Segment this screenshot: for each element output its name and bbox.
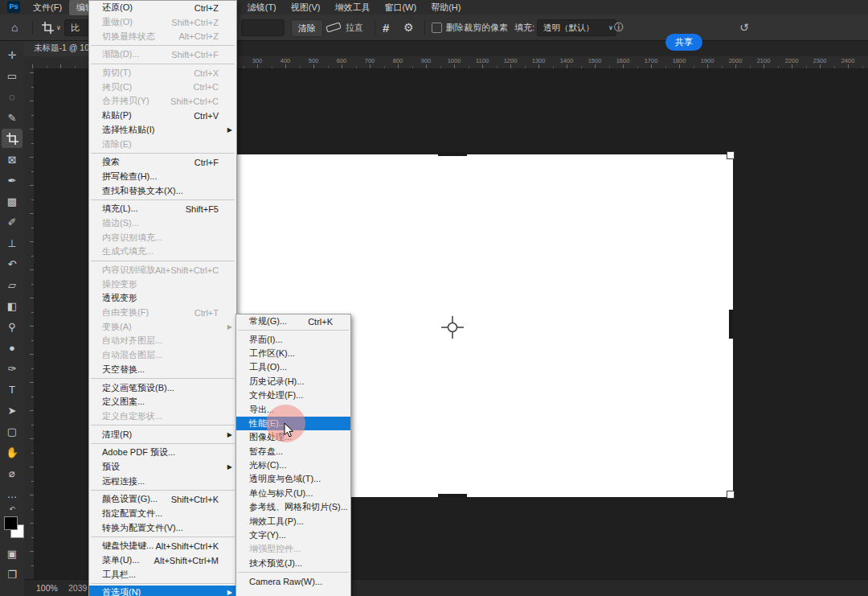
menu-item[interactable]: 单位与标尺(U)... — [236, 487, 350, 500]
eraser-tool[interactable]: ▱ — [2, 275, 23, 294]
menu-item[interactable]: 天空替换... — [89, 363, 236, 377]
delete-cropped-pixels-checkbox[interactable] — [432, 14, 442, 40]
share-button[interactable]: 共享 — [665, 34, 702, 51]
menu-item[interactable]: 自动混合图层... — [89, 348, 236, 363]
crop-handle-top-right[interactable] — [727, 151, 735, 159]
menu-item[interactable]: 渐隐(D)...Shift+Ctrl+F — [89, 47, 236, 62]
vertical-ruler[interactable] — [24, 68, 35, 579]
menubar-item[interactable]: 滤镜(T) — [240, 0, 284, 15]
menu-item[interactable]: 自由变换(F)Ctrl+T — [89, 306, 236, 320]
crop-handle-right[interactable] — [729, 310, 733, 339]
gear-icon[interactable]: ⚙ — [403, 14, 414, 40]
menu-item[interactable]: 定义图案... — [89, 395, 236, 409]
menu-item[interactable]: 指定配置文件... — [89, 507, 236, 521]
gradient-tool[interactable]: ◧ — [2, 296, 23, 315]
screen-mode-icon[interactable]: ❐ — [2, 565, 23, 584]
menu-item[interactable]: 透明度与色域(T)... — [236, 472, 350, 486]
crop-overlay-grid-icon[interactable]: # — [383, 14, 389, 40]
type-tool[interactable]: T — [2, 380, 23, 399]
menu-item[interactable]: 选择性粘贴(I)▶ — [89, 123, 236, 138]
menu-item[interactable]: 内容识别填充... — [89, 230, 236, 245]
zoom-level-field[interactable]: 100% — [36, 583, 58, 593]
menu-item[interactable]: 切换最终状态Alt+Ctrl+Z — [89, 29, 236, 43]
move-tool[interactable]: ✛ — [2, 45, 23, 64]
eyedropper-tool[interactable]: ✒ — [2, 171, 23, 190]
crop-tool[interactable] — [2, 129, 23, 148]
crop-handle-bottom-right[interactable] — [727, 491, 735, 499]
menubar-item[interactable]: 增效工具 — [327, 0, 377, 15]
straighten-button[interactable]: 拉直 — [346, 14, 363, 40]
menu-item[interactable]: 透视变形 — [89, 291, 236, 306]
menu-item[interactable]: 粘贴(P)Ctrl+V — [89, 109, 236, 123]
shape-tool[interactable]: ▢ — [2, 421, 23, 441]
menu-item[interactable]: 文件处理(F)... — [236, 388, 350, 402]
more-options-icon[interactable]: … — [2, 484, 23, 504]
menu-item[interactable]: 工具(O)... — [236, 360, 350, 374]
chevron-down-icon[interactable]: ∨ — [56, 14, 61, 40]
menu-item[interactable]: 剪切(T)Ctrl+X — [89, 66, 236, 80]
info-icon[interactable]: ⓘ — [614, 14, 624, 40]
crop-handle-top[interactable] — [438, 152, 467, 156]
menu-item[interactable]: 变换(A)▶ — [89, 319, 236, 334]
rectangular-marquee-tool[interactable]: ▭ — [2, 66, 23, 85]
clone-stamp-tool[interactable]: ⊥ — [2, 233, 23, 253]
object-selection-tool[interactable]: ✎ — [2, 108, 23, 127]
menu-item[interactable]: 还原(O)Ctrl+Z — [89, 1, 236, 15]
menu-item[interactable]: 参考线、网格和切片(S)... — [236, 500, 350, 514]
crop-handle-bottom[interactable] — [438, 494, 467, 498]
menu-item[interactable]: 菜单(U)...Alt+Shift+Ctrl+M — [89, 553, 236, 568]
menu-item[interactable]: 常规(G)...Ctrl+K — [236, 314, 350, 328]
brush-tool[interactable]: ✐ — [2, 212, 23, 232]
menu-item[interactable]: 合并拷贝(Y)Shift+Ctrl+C — [89, 94, 236, 109]
menu-item[interactable]: 增效工具(P)... — [236, 514, 350, 528]
menu-item[interactable]: 首选项(N)▶ — [89, 586, 236, 596]
home-icon[interactable]: ⌂ — [11, 14, 18, 40]
menu-item[interactable]: 内容识别缩放Alt+Shift+Ctrl+C — [89, 263, 236, 277]
menubar-item[interactable]: 文件(F) — [26, 0, 69, 15]
menu-item[interactable]: 拷贝(C)Ctrl+C — [89, 80, 236, 94]
menu-item[interactable]: 文字(Y)... — [236, 528, 350, 542]
menu-item[interactable]: 定义自定形状... — [89, 409, 236, 424]
pen-tool[interactable]: ✑ — [2, 359, 23, 378]
clear-button[interactable]: 清除 — [291, 19, 323, 37]
menubar-item[interactable]: 帮助(H) — [424, 0, 468, 15]
zoom-tool[interactable]: ⌀ — [2, 463, 23, 483]
menu-item[interactable]: 自动对齐图层... — [89, 334, 236, 348]
menu-item[interactable]: 技术预览(J)... — [236, 557, 350, 570]
frame-tool[interactable]: ⊠ — [2, 150, 23, 169]
menu-item[interactable]: 搜索Ctrl+F — [89, 155, 236, 170]
crop-center-crosshair-icon[interactable] — [441, 316, 464, 339]
dodge-tool[interactable]: ⚲ — [2, 317, 23, 336]
menu-item[interactable]: 填充(L)...Shift+F5 — [89, 202, 236, 216]
crop-tool-preset-icon[interactable] — [42, 14, 54, 40]
crop-size-field[interactable] — [241, 19, 285, 36]
reset-icon[interactable]: ↺ — [739, 14, 749, 40]
menu-item[interactable]: 转换为配置文件(V)... — [89, 520, 236, 535]
menu-item[interactable]: 重做(O)Shift+Ctrl+Z — [89, 15, 236, 30]
menu-item[interactable]: Adobe PDF 预设... — [89, 446, 236, 460]
menu-item[interactable]: 清理(R)▶ — [89, 427, 236, 442]
menu-item[interactable]: 键盘快捷键...Alt+Shift+Ctrl+K — [89, 539, 236, 553]
menu-item[interactable]: 暂存盘... — [236, 445, 350, 458]
menu-item[interactable]: 远程连接... — [89, 474, 236, 488]
menu-item[interactable]: 操控变形 — [89, 277, 236, 291]
menubar-item[interactable]: 窗口(W) — [377, 0, 424, 15]
menu-item[interactable]: 历史记录(H)... — [236, 375, 350, 388]
fill-mode-select[interactable]: 透明（默认） — [537, 19, 616, 36]
menubar-item[interactable]: 视图(V) — [284, 0, 328, 15]
menu-item[interactable]: 定义画笔预设(B)... — [89, 380, 236, 395]
menu-item[interactable]: 增强型控件... — [236, 542, 350, 556]
menu-item[interactable]: 界面(I)... — [236, 332, 350, 346]
menu-item[interactable]: 工具栏... — [89, 567, 236, 582]
hand-tool[interactable]: ✋ — [2, 442, 23, 462]
path-selection-tool[interactable]: ➤ — [2, 401, 23, 420]
foreground-color-swatch[interactable] — [4, 516, 18, 530]
menu-item[interactable]: 拼写检查(H)... — [89, 170, 236, 184]
history-brush-tool[interactable]: ↶ — [2, 254, 23, 273]
menu-item[interactable]: 查找和替换文本(X)... — [89, 183, 236, 198]
lasso-tool[interactable]: ◌ — [2, 87, 23, 106]
blur-tool[interactable]: ● — [2, 338, 23, 357]
menu-item[interactable]: 清除(E) — [89, 137, 236, 151]
fill-chevron-down-icon[interactable]: ∨ — [608, 14, 613, 40]
menu-item[interactable]: 光标(C)... — [236, 458, 350, 472]
